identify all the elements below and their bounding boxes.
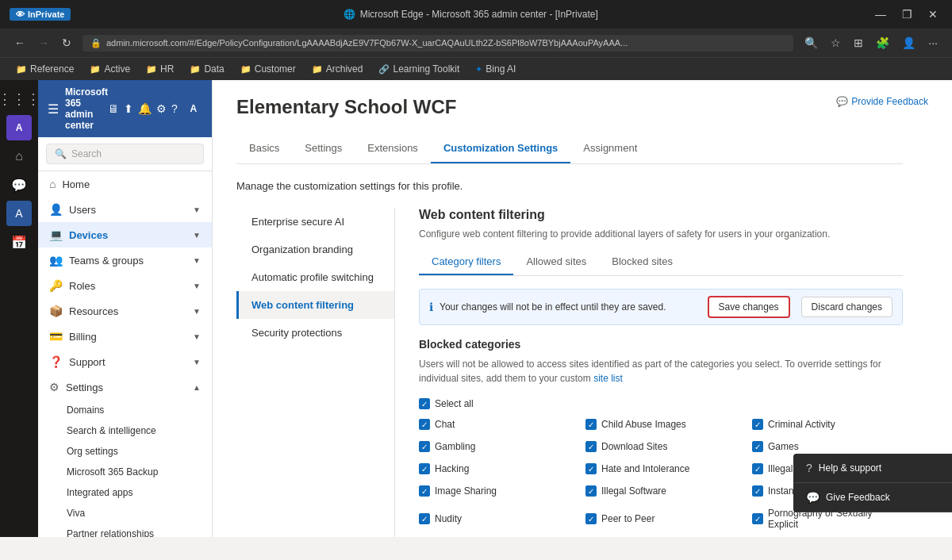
fav-hr[interactable]: 📁 HR xyxy=(140,61,180,77)
nav-devices-left: 💻 Devices xyxy=(49,228,108,241)
nav-settings[interactable]: ⚙ Settings ▲ xyxy=(38,374,212,400)
fav-reference[interactable]: 📁 Reference xyxy=(10,61,80,77)
nav-sub-search[interactable]: Search & intelligence xyxy=(38,420,212,441)
nav-sub-integrated[interactable]: Integrated apps xyxy=(38,482,212,503)
discard-changes-button[interactable]: Discard changes xyxy=(801,297,892,317)
minimize-button[interactable]: — xyxy=(870,6,891,22)
cat-checkbox[interactable]: ✓ xyxy=(585,419,597,430)
cat-checkbox[interactable]: ✓ xyxy=(752,463,763,474)
left-panel-web-content[interactable]: Web content filtering xyxy=(236,291,394,319)
tab-basics[interactable]: Basics xyxy=(236,134,292,163)
fav-customer[interactable]: 📁 Customer xyxy=(234,61,302,77)
resources-icon: 📦 xyxy=(49,305,63,317)
user-avatar[interactable]: A xyxy=(182,98,205,120)
app-icon-waffle[interactable]: ⋮⋮⋮ xyxy=(6,86,32,112)
gear-icon[interactable]: ⚙ xyxy=(156,102,167,115)
help-support-icon: ? xyxy=(806,462,812,474)
cat-checkbox[interactable]: ✓ xyxy=(419,485,430,497)
upload-icon[interactable]: ⬆ xyxy=(124,102,133,115)
nav-devices[interactable]: 💻 Devices ▼ xyxy=(38,222,212,247)
nav-sub-org[interactable]: Org settings xyxy=(38,441,212,462)
tab-assignment[interactable]: Assignment xyxy=(570,134,650,163)
nav-billing[interactable]: 💳 Billing ▼ xyxy=(38,324,212,349)
cat-checkbox[interactable]: ✓ xyxy=(585,513,597,524)
nav-sub-backup[interactable]: Microsoft 365 Backup xyxy=(38,462,212,482)
cat-checkbox[interactable]: ✓ xyxy=(752,513,763,524)
sub-tab-category[interactable]: Category filters xyxy=(419,249,513,275)
app-icon-admin[interactable]: A xyxy=(6,201,32,226)
favorites-icon[interactable]: ☆ xyxy=(826,33,846,52)
nav-home-left: ⌂ Home xyxy=(49,178,90,190)
cat-checkbox[interactable]: ✓ xyxy=(419,419,430,430)
nav-support[interactable]: ❓ Support ▼ xyxy=(38,349,212,374)
select-all-checkbox[interactable]: ✓ xyxy=(419,398,430,409)
cat-checkbox[interactable]: ✓ xyxy=(419,513,430,524)
fav-archived[interactable]: 📁 Archived xyxy=(305,61,370,77)
more-icon[interactable]: ··· xyxy=(923,33,942,52)
url-bar[interactable]: 🔒 admin.microsoft.com/#/Edge/PolicyConfi… xyxy=(83,35,793,52)
cat-checkbox[interactable]: ✓ xyxy=(752,419,763,430)
inprivate-badge[interactable]: 👁 InPrivate xyxy=(10,8,71,21)
maximize-button[interactable]: ❐ xyxy=(897,6,917,22)
cat-checkbox[interactable]: ✓ xyxy=(419,463,430,474)
nav-teams[interactable]: 👥 Teams & groups ▼ xyxy=(38,247,212,273)
chevron-down-icon: ▼ xyxy=(193,256,201,265)
app-icon-profile[interactable]: A xyxy=(6,115,32,140)
folder-icon: 📁 xyxy=(190,64,201,75)
nav-users[interactable]: 👤 Users ▼ xyxy=(38,197,212,222)
nav-sub-viva[interactable]: Viva xyxy=(38,503,212,524)
fav-data[interactable]: 📁 Data xyxy=(183,61,230,77)
cat-checkbox[interactable]: ✓ xyxy=(752,441,763,452)
app-icon-calendar[interactable]: 📅 xyxy=(6,229,32,255)
forward-button[interactable]: → xyxy=(33,33,54,52)
give-feedback-item[interactable]: 💬 Give Feedback xyxy=(793,483,952,512)
sub-tab-allowed[interactable]: Allowed sites xyxy=(513,249,599,275)
tab-customization[interactable]: Customization Settings xyxy=(431,134,570,163)
left-panel-security[interactable]: Security protections xyxy=(236,319,394,347)
app-icon-chat[interactable]: 💬 xyxy=(6,172,32,198)
search-box[interactable]: 🔍 Search xyxy=(46,144,204,164)
left-panel-auto-profile[interactable]: Automatic profile switching xyxy=(236,263,394,291)
save-changes-button[interactable]: Save changes xyxy=(708,296,790,318)
refresh-button[interactable]: ↻ xyxy=(57,33,76,52)
nav-sub-partner[interactable]: Partner relationships xyxy=(38,524,212,537)
cat-checkbox[interactable]: ✓ xyxy=(585,463,597,474)
extensions-icon[interactable]: 🧩 xyxy=(871,33,894,52)
back-button[interactable]: ← xyxy=(10,33,30,52)
select-all-row: ✓ Select all xyxy=(419,398,903,409)
help-icon[interactable]: ? xyxy=(171,102,178,115)
monitor-icon[interactable]: 🖥 xyxy=(108,102,119,115)
hamburger-icon[interactable]: ☰ xyxy=(48,102,59,117)
nav-buttons: ← → ↻ xyxy=(10,33,76,52)
tab-search-icon[interactable]: ⊞ xyxy=(849,33,868,52)
site-list-link[interactable]: site list xyxy=(593,373,623,384)
fav-learning[interactable]: 🔗 Learning Toolkit xyxy=(372,61,466,77)
profile-icon[interactable]: 👤 xyxy=(897,33,920,52)
nav-settings-left: ⚙ Settings xyxy=(49,381,103,393)
cat-checkbox[interactable]: ✓ xyxy=(752,485,763,497)
sub-tab-blocked[interactable]: Blocked sites xyxy=(599,249,685,275)
search-icon[interactable]: 🔍 xyxy=(800,33,823,52)
fav-bing[interactable]: ✦ Bing AI xyxy=(469,61,522,77)
help-support-item[interactable]: ? Help & support xyxy=(793,454,952,483)
tab-extensions[interactable]: Extensions xyxy=(355,134,431,163)
cat-checkbox[interactable]: ✓ xyxy=(585,485,597,497)
nav-roles[interactable]: 🔑 Roles ▼ xyxy=(38,273,212,298)
chevron-down-icon: ▼ xyxy=(193,307,201,316)
cat-checkbox[interactable]: ✓ xyxy=(419,441,430,452)
provide-feedback-btn[interactable]: 💬 Provide Feedback xyxy=(836,96,928,107)
left-panel-org-branding[interactable]: Organization branding xyxy=(236,236,394,263)
fav-active[interactable]: 📁 Active xyxy=(83,61,136,77)
nav-home[interactable]: ⌂ Home xyxy=(38,171,212,197)
nav-resources[interactable]: 📦 Resources ▼ xyxy=(38,298,212,324)
chevron-down-icon: ▼ xyxy=(193,205,201,214)
left-panel-enterprise-ai[interactable]: Enterprise secure AI xyxy=(236,208,394,236)
category-nudity: ✓ Nudity xyxy=(419,508,570,530)
close-button[interactable]: ✕ xyxy=(923,6,942,22)
bell-icon[interactable]: 🔔 xyxy=(138,102,152,115)
app-icon-home[interactable]: ⌂ xyxy=(6,144,32,169)
nav-sub-domains[interactable]: Domains xyxy=(38,400,212,420)
cat-checkbox[interactable]: ✓ xyxy=(585,441,597,452)
tab-settings[interactable]: Settings xyxy=(292,134,355,163)
main-content: Elementary School WCF 💬 Provide Feedback… xyxy=(213,80,952,537)
